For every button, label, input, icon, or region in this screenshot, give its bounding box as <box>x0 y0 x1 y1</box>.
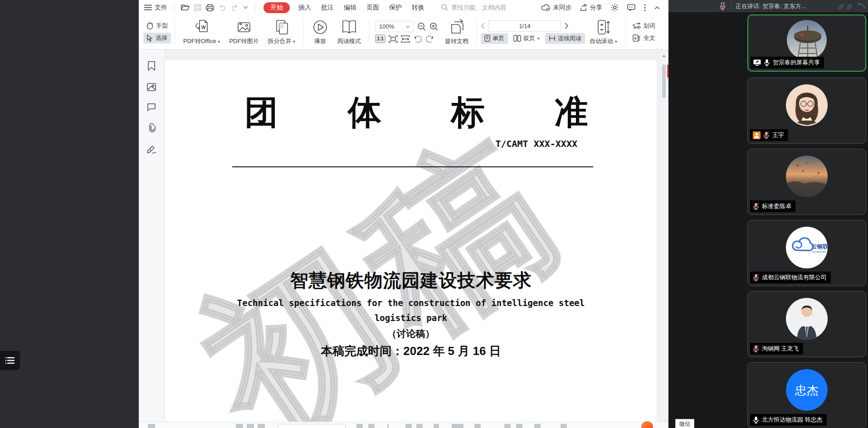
word-translate-button[interactable]: a中 划词 <box>629 20 664 31</box>
participant-nameplate: 王宇 <box>750 129 788 141</box>
image-icon[interactable] <box>147 83 156 91</box>
desktop-background <box>0 0 139 428</box>
page-number-input[interactable]: 1/14 <box>488 20 561 32</box>
participant-tile[interactable]: 淘钢网 王龙飞 <box>747 291 866 357</box>
share-button[interactable]: 分享 <box>580 4 602 12</box>
statusbar-icon[interactable] <box>356 424 363 428</box>
participant-tile[interactable]: 王宇 <box>747 78 866 144</box>
open-file-button[interactable] <box>181 4 190 11</box>
search-icon <box>441 4 448 11</box>
statusbar-icon[interactable] <box>452 424 463 428</box>
prev-page-icon[interactable] <box>481 23 485 29</box>
comment-icon[interactable] <box>147 103 156 111</box>
more-options-button[interactable] <box>644 4 646 11</box>
participant-avatar: 云钢联YUNGANGLIAN <box>786 227 828 268</box>
meeting-topbar-actions[interactable] <box>836 1 866 11</box>
redo-button[interactable] <box>231 5 239 11</box>
play-button[interactable]: 播放 <box>307 15 333 49</box>
pdf-to-office-button[interactable]: W PDF转Office ▾ <box>179 15 224 49</box>
ribbon-tab-批注[interactable]: 批注 <box>321 4 334 12</box>
participant-name: 王宇 <box>772 131 784 139</box>
cloud-sync-icon <box>541 4 551 11</box>
participant-nameplate: 淘钢网 王龙飞 <box>750 343 803 355</box>
statusbar-icon[interactable] <box>534 424 541 428</box>
divider <box>625 19 626 44</box>
participant-name: 贺宗春的屏幕共享 <box>773 58 820 67</box>
wechat-tooltip: 微信 <box>675 419 694 428</box>
ribbon-tab-编辑[interactable]: 编辑 <box>344 4 356 12</box>
statusbar-icon[interactable] <box>405 424 412 428</box>
participant-tile[interactable]: 忠杰北方恒达物流园 韩忠杰 <box>747 362 866 428</box>
vertical-scrollbar[interactable] <box>661 51 667 420</box>
rotate-document-button[interactable]: 旋转文档 <box>440 15 473 49</box>
toolbar-more-dropdown[interactable] <box>243 6 248 9</box>
statusbar-icon[interactable] <box>504 424 511 428</box>
double-page-button[interactable]: 双页 ▾ <box>510 33 543 44</box>
print-button[interactable] <box>206 4 214 11</box>
collapse-ribbon-button[interactable] <box>654 6 660 10</box>
statusbar-icon[interactable] <box>236 424 243 428</box>
attachment-icon[interactable] <box>147 123 156 132</box>
actual-size-button[interactable]: 1:1 <box>375 34 385 43</box>
statusbar-icon[interactable] <box>368 424 375 428</box>
statusbar-icon[interactable] <box>278 424 346 428</box>
zoom-level-select[interactable]: 100% <box>375 21 414 32</box>
statusbar-icon[interactable] <box>416 424 423 428</box>
statusbar-icon[interactable] <box>474 424 481 428</box>
single-page-button[interactable]: 单页 <box>481 33 508 44</box>
rotate-left-icon[interactable] <box>413 35 422 43</box>
statusbar-icon[interactable] <box>258 424 265 428</box>
outline-fab-button[interactable] <box>0 351 20 370</box>
zoom-out-icon[interactable] <box>417 22 426 31</box>
participant-tile[interactable]: 贺宗春的屏幕共享 <box>747 15 866 72</box>
next-page-icon[interactable] <box>565 23 569 29</box>
participant-avatar <box>786 298 828 340</box>
zoom-in-icon[interactable] <box>429 22 439 31</box>
feedback-button[interactable] <box>627 4 635 11</box>
participant-tile[interactable]: 标准委陈卓 <box>747 149 866 215</box>
divider <box>175 19 175 44</box>
svg-text:YUNGANGLIAN: YUNGANGLIAN <box>811 251 826 253</box>
pdf-to-image-button[interactable]: PDF转图片 <box>224 15 263 49</box>
statusbar-icon[interactable] <box>561 424 567 428</box>
file-menu-button[interactable]: 文件 <box>144 4 167 12</box>
scrollbar-thumb[interactable] <box>662 64 666 98</box>
ribbon-tab-开始[interactable]: 开始 <box>263 2 290 13</box>
undo-button[interactable] <box>219 5 226 11</box>
participant-nameplate: 北方恒达物流园 韩忠杰 <box>750 414 827 426</box>
search-input[interactable]: 查找功能、文档内容 <box>441 4 507 12</box>
document-viewport[interactable]: 初稿 团体标准 T/CAMT XXX-XXXX 智慧钢铁物流园建设技术要求 Te… <box>165 49 668 422</box>
rotate-right-icon[interactable] <box>425 35 434 43</box>
hand-tool-button[interactable]: 手型 <box>143 20 171 31</box>
doc-main-title: 智慧钢铁物流园建设技术要求 <box>165 268 657 293</box>
continuous-read-button[interactable]: 连续阅读 <box>545 33 585 44</box>
split-merge-button[interactable]: 拆分合并 ▾ <box>263 15 300 49</box>
scroll-up-arrow[interactable] <box>662 54 666 57</box>
auto-scroll-button[interactable]: 自动滚动 ▾ <box>585 15 622 49</box>
ribbon-tab-保护[interactable]: 保护 <box>389 4 402 12</box>
full-translate-button[interactable]: a 全文 <box>629 33 664 44</box>
select-tool-button[interactable]: 选择 <box>143 33 171 44</box>
actual-size-label: 1:1 <box>377 36 383 41</box>
participant-tile[interactable]: 云钢联YUNGANGLIAN成都云钢联物流有限公司 <box>747 220 866 286</box>
read-mode-button[interactable]: 阅读模式 <box>333 15 366 49</box>
ribbon-tab-页面[interactable]: 页面 <box>366 4 379 12</box>
settings-button[interactable] <box>611 4 619 11</box>
ribbon-tab-插入[interactable]: 插入 <box>298 4 311 12</box>
statusbar-icon[interactable] <box>434 424 439 428</box>
signature-icon[interactable] <box>146 145 156 154</box>
sync-status-button[interactable]: 未同步 <box>541 4 572 12</box>
ribbon-tab-转换[interactable]: 转换 <box>412 4 424 12</box>
fit-page-icon[interactable] <box>389 35 398 43</box>
bookmark-icon[interactable] <box>147 61 156 71</box>
statusbar-icon[interactable] <box>516 424 522 428</box>
chevron-up-icon <box>654 6 660 10</box>
fit-width-icon[interactable] <box>401 35 410 43</box>
save-button[interactable] <box>194 4 201 11</box>
participant-name: 标准委陈卓 <box>762 202 791 210</box>
statusbar-icon[interactable] <box>247 424 254 428</box>
statusbar-icon[interactable] <box>148 424 155 428</box>
divider <box>477 19 477 44</box>
statusbar-icon[interactable] <box>387 424 389 428</box>
mic-muted-icon <box>719 2 726 10</box>
